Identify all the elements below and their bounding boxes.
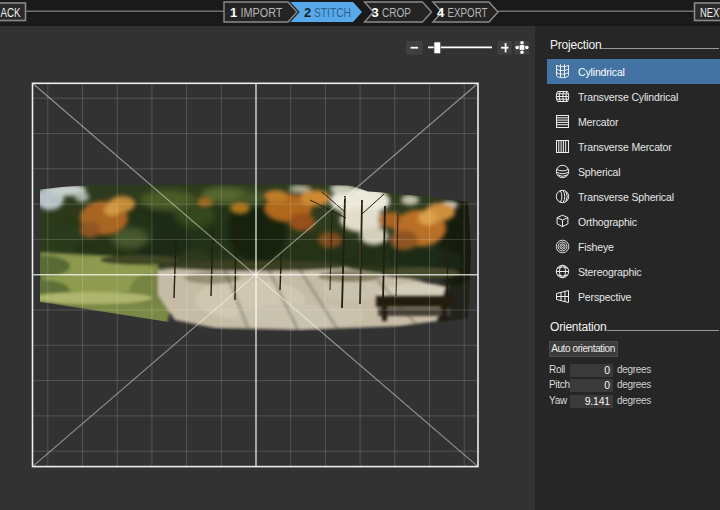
svg-text:2: 2 [304,5,311,20]
svg-text:3: 3 [372,5,379,20]
svg-text:CROP: CROP [382,6,411,20]
svg-text:4: 4 [437,5,445,20]
svg-text:STITCH: STITCH [314,6,351,20]
svg-text:NEXT: NEXT [700,6,720,20]
svg-text:IMPORT: IMPORT [241,6,283,20]
svg-text:1: 1 [230,5,237,20]
svg-text:ACK: ACK [1,6,22,20]
svg-text:EXPORT: EXPORT [448,6,488,20]
